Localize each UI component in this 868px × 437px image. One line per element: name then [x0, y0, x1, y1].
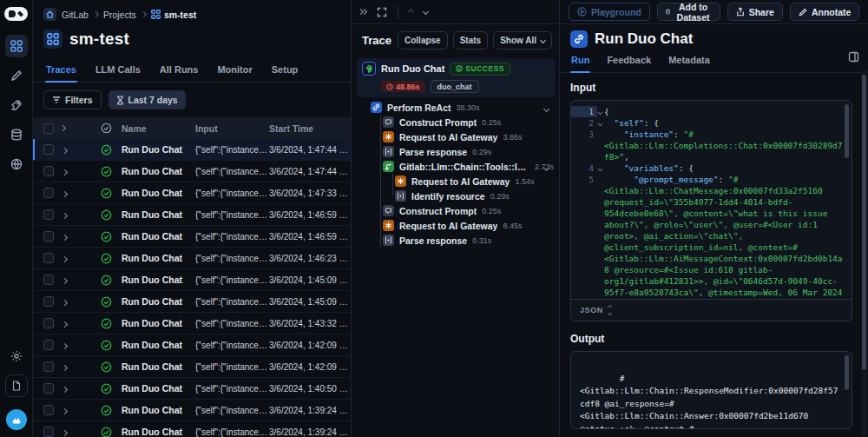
row-checkbox[interactable] — [43, 144, 54, 155]
code-scrollbar[interactable] — [845, 104, 849, 158]
trace-node[interactable]: Parse response 0.31s — [357, 233, 556, 248]
next-run-icon[interactable] — [423, 9, 429, 15]
row-expand-icon[interactable] — [61, 209, 101, 220]
output-scrollbar[interactable] — [845, 355, 849, 390]
trace-root-node[interactable]: Run Duo Chat SUCCESS 48.86s duo_chat — [357, 58, 556, 97]
prev-run-icon[interactable] — [408, 9, 414, 15]
show-all-dropdown[interactable]: Show All — [493, 31, 552, 50]
table-row[interactable]: Run Duo Chat {"self":{"instance":"#... 3… — [33, 356, 351, 378]
tab-all-runs[interactable]: All Runs — [159, 59, 200, 82]
fullscreen-icon[interactable] — [377, 7, 387, 17]
playground-button[interactable]: Playground — [569, 3, 650, 21]
table-row[interactable]: Run Duo Chat {"self":{"instance":"#... 3… — [33, 161, 351, 182]
row-checkbox[interactable] — [43, 427, 54, 437]
table-row[interactable]: Run Duo Chat {"self":{"instance":"#... 3… — [33, 291, 351, 313]
annotate-button[interactable]: Annotate — [790, 3, 860, 21]
trace-node[interactable]: Construct Prompt 0.25s — [357, 115, 556, 129]
trace-node[interactable]: Request to AI Gateway 3.86s — [357, 129, 556, 144]
langsmith-logo[interactable] — [4, 7, 28, 21]
row-checkbox[interactable] — [43, 166, 54, 176]
row-checkbox[interactable] — [43, 275, 54, 285]
panel-scrollbar[interactable] — [861, 70, 867, 437]
tab-setup[interactable]: Setup — [271, 59, 299, 82]
sidebar-item-annotations[interactable] — [5, 64, 28, 87]
row-expand-icon[interactable] — [61, 405, 101, 415]
table-row[interactable]: Run Duo Chat {"self":{"instance":"#... 3… — [33, 269, 351, 291]
tab-metadata[interactable]: Metadata — [667, 50, 711, 72]
row-checkbox[interactable] — [43, 296, 54, 307]
row-checkbox[interactable] — [43, 253, 54, 263]
row-checkbox[interactable] — [43, 318, 54, 328]
row-expand-icon[interactable] — [61, 318, 101, 328]
select-all-checkbox[interactable] — [43, 123, 54, 134]
trace-node[interactable]: Gitlab::Llm::Chain::Tools::IssueReader::… — [357, 159, 556, 174]
line-number[interactable]: 1 — [571, 106, 597, 117]
collapse-button[interactable]: Collapse — [398, 31, 448, 50]
table-row[interactable]: Run Duo Chat {"self":{"instance":"#... 3… — [33, 400, 351, 421]
row-expand-icon[interactable] — [61, 361, 101, 372]
row-expand-icon[interactable] — [61, 340, 101, 350]
sidebar-item-projects[interactable] — [5, 35, 28, 57]
column-name[interactable]: Name — [122, 123, 195, 134]
row-expand-icon[interactable] — [61, 296, 101, 307]
table-row[interactable]: Run Duo Chat {"self":{"instance":"#... 3… — [33, 182, 351, 204]
collapse-panel-icon[interactable] — [358, 10, 366, 14]
breadcrumb-section[interactable]: Projects — [103, 10, 136, 20]
chevron-down-icon[interactable] — [544, 162, 549, 172]
docs-icon[interactable] — [5, 374, 28, 397]
row-expand-icon[interactable] — [61, 188, 101, 198]
tab-monitor[interactable]: Monitor — [216, 59, 253, 82]
side-panel-toggle-icon[interactable] — [848, 51, 859, 63]
row-checkbox[interactable] — [43, 209, 54, 220]
sidebar-item-deployments[interactable] — [5, 94, 28, 116]
table-row[interactable]: Run Duo Chat {"self":{"instance":"#... 3… — [33, 421, 351, 437]
breadcrumb-org[interactable]: GitLab — [62, 10, 89, 20]
row-checkbox[interactable] — [43, 231, 54, 242]
row-checkbox[interactable] — [43, 188, 54, 198]
table-row[interactable]: Run Duo Chat {"self":{"instance":"#... 3… — [33, 334, 351, 356]
chevron-down-icon[interactable] — [544, 103, 549, 113]
table-row[interactable]: Run Duo Chat {"self":{"instance":"#... 3… — [33, 248, 351, 269]
row-expand-icon[interactable] — [61, 144, 101, 155]
table-row[interactable]: Run Duo Chat {"self":{"instance":"#... 3… — [33, 378, 351, 400]
share-button[interactable]: Share — [727, 3, 783, 21]
table-row[interactable]: Run Duo Chat {"self":{"instance":"#... 3… — [33, 139, 351, 161]
row-expand-icon[interactable] — [61, 383, 101, 394]
column-start-time[interactable]: Start Time — [269, 123, 351, 134]
row-expand-icon[interactable] — [61, 427, 101, 437]
table-row[interactable]: Run Duo Chat {"self":{"instance":"#... 3… — [33, 226, 351, 248]
trace-node[interactable]: Request to AI Gateway 1.54s — [357, 174, 556, 189]
tab-llm-calls[interactable]: LLM Calls — [95, 59, 141, 82]
breadcrumb-project[interactable]: sm-test — [151, 10, 196, 20]
row-checkbox[interactable] — [43, 383, 54, 394]
row-checkbox[interactable] — [43, 361, 54, 372]
column-input[interactable]: Input — [195, 123, 269, 134]
line-number[interactable]: 2 — [571, 117, 597, 129]
add-to-dataset-button[interactable]: Add to Dataset — [657, 3, 720, 21]
row-expand-icon[interactable] — [61, 253, 101, 263]
trace-node[interactable]: Construct Prompt 0.25s — [357, 203, 556, 218]
trace-node[interactable]: Perform ReAct 38.30s — [357, 100, 556, 115]
tag-chip[interactable]: duo_chat — [431, 80, 479, 93]
tab-traces[interactable]: Traces — [45, 59, 77, 82]
stats-button[interactable]: Stats — [453, 31, 488, 50]
row-expand-icon[interactable] — [61, 166, 101, 176]
row-checkbox[interactable] — [43, 340, 54, 350]
settings-gear-icon[interactable] — [5, 345, 28, 367]
date-range-button[interactable]: Last 7 days — [108, 90, 186, 109]
line-number[interactable]: 4 — [571, 162, 597, 174]
tab-run[interactable]: Run — [570, 50, 590, 72]
row-checkbox[interactable] — [43, 405, 54, 415]
user-avatar[interactable] — [6, 409, 27, 430]
table-row[interactable]: Run Duo Chat {"self":{"instance":"#... 3… — [33, 204, 351, 226]
table-row[interactable]: Run Duo Chat {"self":{"instance":"#... 3… — [33, 313, 351, 334]
trace-node[interactable]: Parse response 0.29s — [357, 144, 556, 159]
filters-button[interactable]: Filters — [43, 90, 102, 109]
format-selector-arrows-icon[interactable] — [608, 305, 612, 315]
row-expand-icon[interactable] — [61, 275, 101, 285]
trace-node[interactable]: Identify resource 0.29s — [357, 189, 556, 203]
sidebar-item-datasets[interactable] — [5, 123, 28, 146]
trace-node[interactable]: Request to AI Gateway 8.45s — [357, 218, 556, 233]
row-expand-icon[interactable] — [61, 231, 101, 242]
home-icon[interactable] — [43, 8, 56, 21]
